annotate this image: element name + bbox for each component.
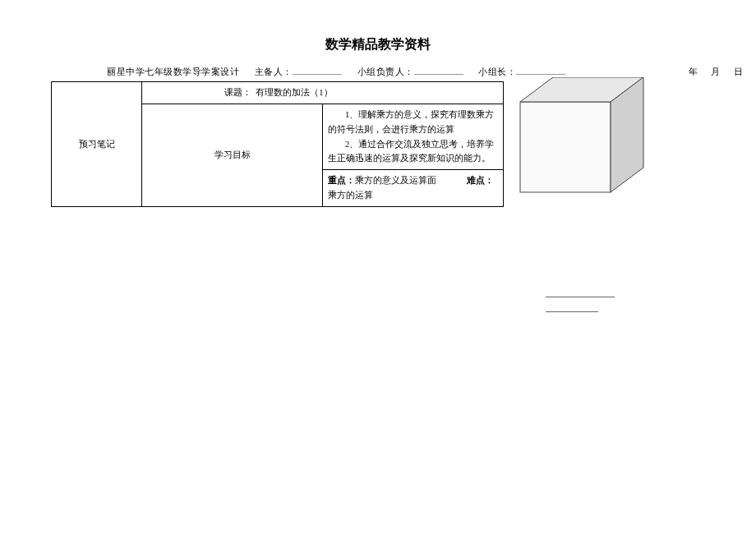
group-leader-label: 小组负责人： <box>357 67 414 76</box>
year-label: 年 <box>689 67 698 76</box>
goal-2: 2、通过合作交流及独立思考，培养学生正确迅速的运算及探究新知识的能力。 <box>328 137 498 167</box>
keypoints-cell: 重点：乘方的意义及运算面 难点：乘方的运算 <box>323 170 504 207</box>
goals-body: 1、理解乘方的意义，探究有理数乘方的符号法则，会进行乘方的运算 2、通过合作交流… <box>323 104 504 169</box>
keypoint-value: 乘方的意义及运算面 <box>355 176 436 185</box>
school-design: 丽星中学七年级数学导学案设计 <box>107 67 239 76</box>
extra-cell <box>676 82 757 207</box>
svg-rect-0 <box>520 102 611 192</box>
blank-line-1 <box>546 286 615 297</box>
team-leader-blank <box>516 65 565 75</box>
topic-value: 有理数的加法（1） <box>256 88 332 97</box>
topic-cell: 课题： 有理数的加法（1） <box>142 82 504 104</box>
blank-line-2 <box>546 301 598 312</box>
group-leader-blank <box>414 65 463 75</box>
host-blank <box>293 65 342 75</box>
page-title: 数学精品教学资料 <box>0 0 756 65</box>
document-table: 预习笔记 课题： 有理数的加法（1） 预习笔记 学习目标 1、理解乘方的意义， <box>51 81 756 207</box>
difficulty-value: 乘方的运算 <box>328 191 373 200</box>
goal-1: 1、理解乘方的意义，探究有理数乘方的符号法则，会进行乘方的运算 <box>328 108 498 137</box>
host-label: 主备人： <box>255 67 293 76</box>
month-label: 月 <box>711 67 721 76</box>
cube-diagram <box>512 77 676 205</box>
goals-label-cell: 学习目标 <box>142 104 323 206</box>
left-notes-header: 预习笔记 <box>52 82 142 207</box>
bottom-blank-lines <box>546 286 615 315</box>
keypoint-label: 重点： <box>328 176 355 185</box>
cube-cell <box>504 82 676 207</box>
day-label: 日 <box>734 67 744 76</box>
team-leader-label: 小组长： <box>478 67 516 76</box>
difficulty-label: 难点： <box>467 176 494 185</box>
topic-label: 课题： <box>224 88 251 97</box>
